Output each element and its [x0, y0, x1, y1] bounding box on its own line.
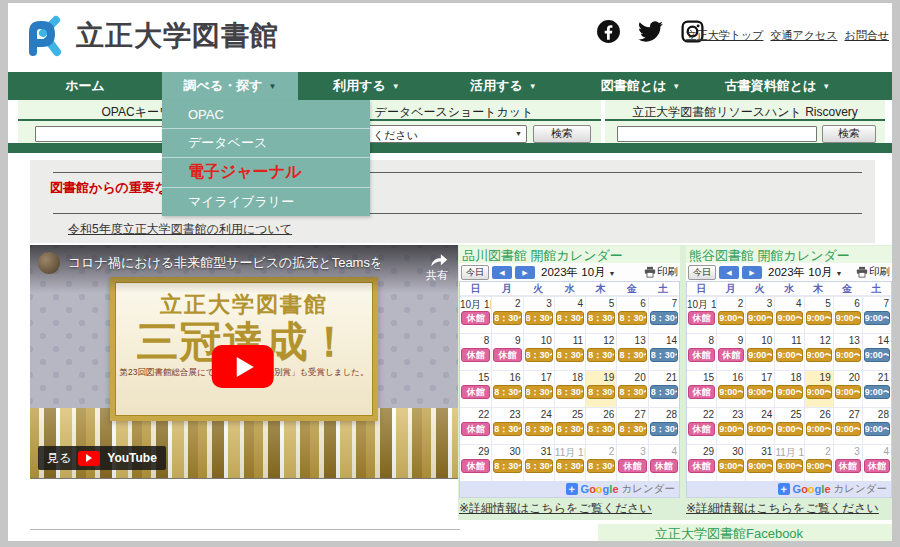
prev-month-button[interactable]: ◀ [719, 266, 739, 279]
video-title[interactable]: コロナ禍における非来館型サービスの拡充とTeamsを活用... [68, 254, 380, 272]
event-badge[interactable]: 8：30〜 [493, 385, 521, 399]
event-badge[interactable]: 8：30〜 [650, 385, 678, 399]
event-badge[interactable]: 8：30〜 [650, 311, 678, 325]
month-selector[interactable]: 2023年 10月▼ [768, 265, 843, 280]
event-badge[interactable]: 9:00〜 [835, 422, 861, 436]
event-badge[interactable]: 9:00〜 [864, 348, 890, 362]
event-badge[interactable]: 8：30〜 [525, 385, 553, 399]
event-badge[interactable]: 9:00〜 [776, 459, 802, 473]
event-badge[interactable]: 休館 [461, 348, 490, 362]
event-badge[interactable]: 8：30〜 [525, 348, 553, 362]
event-badge[interactable]: 8：30〜 [556, 385, 584, 399]
nav-item-4[interactable]: 活用する▼ [435, 72, 572, 100]
event-badge[interactable]: 休館 [461, 311, 490, 325]
event-badge[interactable]: 8：30〜 [587, 348, 615, 362]
nav-item-5[interactable]: 図書館とは▼ [572, 72, 709, 100]
nav-item-1[interactable]: ホーム [8, 72, 162, 100]
event-badge[interactable]: 8：30〜 [556, 311, 584, 325]
event-badge[interactable]: 8：30〜 [525, 459, 553, 473]
event-badge[interactable]: 9:00〜 [747, 385, 773, 399]
event-badge[interactable]: 8：30〜 [525, 422, 553, 436]
event-badge[interactable]: 9:00〜 [835, 348, 861, 362]
event-badge[interactable]: 9:00〜 [747, 459, 773, 473]
event-badge[interactable]: 8：30〜 [525, 311, 553, 325]
event-badge[interactable]: 9:00〜 [806, 422, 832, 436]
dropdown-item-1[interactable]: OPAC [162, 100, 370, 128]
header-link-3[interactable]: お問合せ [844, 28, 889, 43]
event-badge[interactable]: 8：30〜 [618, 385, 646, 399]
event-badge[interactable]: 9:00〜 [835, 311, 861, 325]
event-badge[interactable]: 8：30〜 [556, 422, 584, 436]
event-badge[interactable]: 9:00〜 [776, 422, 802, 436]
print-button[interactable]: 印刷 [644, 265, 678, 279]
event-badge[interactable]: 9:00〜 [864, 422, 890, 436]
google-plus-icon[interactable]: ＋ [566, 483, 578, 495]
event-badge[interactable]: 9:00〜 [864, 311, 890, 325]
event-badge[interactable]: 9:00〜 [776, 348, 802, 362]
event-badge[interactable]: 8：30〜 [587, 422, 615, 436]
event-badge[interactable]: 9:00〜 [747, 311, 773, 325]
event-badge[interactable]: 9:00〜 [747, 422, 773, 436]
event-badge[interactable]: 8：30〜 [618, 348, 646, 362]
event-badge[interactable]: 休館 [618, 459, 646, 473]
event-badge[interactable]: 9:00〜 [776, 311, 802, 325]
nav-item-3[interactable]: 利用する▼ [298, 72, 435, 100]
event-badge[interactable]: 9:00〜 [806, 348, 832, 362]
event-badge[interactable]: 8：30〜 [556, 459, 584, 473]
google-plus-icon[interactable]: ＋ [778, 483, 790, 495]
notice-link[interactable]: 令和5年度立正大学図書館の利用について [68, 221, 292, 238]
event-badge[interactable]: 8：30〜 [493, 459, 521, 473]
dropdown-item-3[interactable]: 電子ジャーナル [162, 157, 370, 187]
event-badge[interactable]: 休館 [650, 459, 678, 473]
event-badge[interactable]: 休館 [718, 348, 744, 362]
event-badge[interactable]: 8：30〜 [493, 311, 521, 325]
event-badge[interactable]: 休館 [461, 459, 490, 473]
header-link-1[interactable]: 立正大学トップ [686, 28, 764, 43]
riscovery-search-button[interactable]: 検索 [822, 125, 876, 143]
channel-avatar[interactable] [38, 252, 60, 274]
event-badge[interactable]: 8：30〜 [618, 422, 646, 436]
event-badge[interactable]: 9:00〜 [835, 385, 861, 399]
event-badge[interactable]: 9:00〜 [718, 459, 744, 473]
event-badge[interactable]: 休館 [461, 385, 490, 399]
event-badge[interactable]: 9:00〜 [806, 311, 832, 325]
event-badge[interactable]: 休館 [688, 385, 715, 399]
event-badge[interactable]: 休館 [864, 459, 890, 473]
event-badge[interactable]: 8：30〜 [618, 311, 646, 325]
event-badge[interactable]: 9:00〜 [718, 385, 744, 399]
event-badge[interactable]: 休館 [688, 459, 715, 473]
riscovery-search-input[interactable] [617, 126, 817, 142]
event-badge[interactable]: 9:00〜 [747, 348, 773, 362]
event-badge[interactable]: 休館 [493, 348, 521, 362]
share-button[interactable]: 共有 [426, 251, 448, 283]
event-badge[interactable]: 8：30〜 [587, 385, 615, 399]
event-badge[interactable]: 8：30〜 [650, 422, 678, 436]
site-logo[interactable]: 立正大学図書館 [22, 13, 279, 59]
today-button[interactable]: 今日 [688, 265, 716, 280]
play-button[interactable] [212, 345, 274, 388]
twitter-icon[interactable] [638, 19, 663, 44]
event-badge[interactable]: 休館 [461, 422, 490, 436]
event-badge[interactable]: 9:00〜 [806, 385, 832, 399]
event-badge[interactable]: 9:00〜 [718, 311, 744, 325]
dropdown-item-2[interactable]: データベース [162, 128, 370, 157]
month-selector[interactable]: 2023年 10月▼ [541, 265, 616, 280]
event-badge[interactable]: 9:00〜 [776, 385, 802, 399]
next-month-button[interactable]: ▶ [515, 266, 535, 279]
calendar-detail-link-kumagaya[interactable]: ※詳細情報はこちらをご覧ください [686, 500, 879, 517]
event-badge[interactable]: 8：30〜 [556, 348, 584, 362]
calendar-detail-link-shinagawa[interactable]: ※詳細情報はこちらをご覧ください [459, 500, 652, 517]
event-badge[interactable]: 9:00〜 [806, 459, 832, 473]
prev-month-button[interactable]: ◀ [492, 266, 512, 279]
event-badge[interactable]: 休館 [835, 459, 861, 473]
youtube-watermark[interactable]: 見る YouTube [38, 446, 166, 470]
dropdown-item-4[interactable]: マイライブラリー [162, 187, 370, 216]
nav-item-2[interactable]: 調べる・探す▼ [162, 72, 298, 100]
event-badge[interactable]: 8：30〜 [587, 311, 615, 325]
db-search-button[interactable]: 検索 [533, 125, 591, 143]
header-link-2[interactable]: 交通アクセス [770, 28, 837, 43]
nav-item-6[interactable]: 古書資料館とは▼ [709, 72, 846, 100]
today-button[interactable]: 今日 [461, 265, 489, 280]
event-badge[interactable]: 9:00〜 [864, 385, 890, 399]
event-badge[interactable]: 9:00〜 [718, 422, 744, 436]
